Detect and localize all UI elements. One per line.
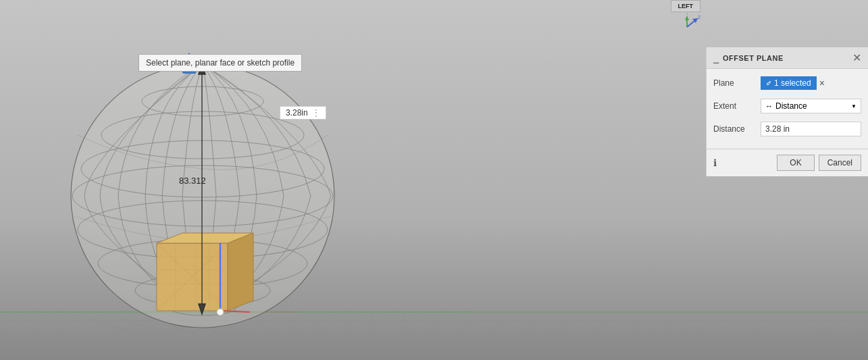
svg-point-56 bbox=[71, 64, 334, 328]
panel-collapse-icon[interactable]: ⎯ bbox=[713, 53, 719, 63]
extent-label: Extent bbox=[713, 101, 761, 111]
panel-header: ⎯ OFFSET PLANE ✕ bbox=[707, 47, 868, 69]
distance-control bbox=[761, 122, 861, 136]
svg-text:Y: Y bbox=[686, 14, 689, 16]
nav-cube-area: LEFT Y Z bbox=[671, 0, 701, 41]
extent-row: Extent ↔ Distance ▼ bbox=[713, 97, 861, 115]
extent-control: ↔ Distance ▼ bbox=[761, 99, 861, 113]
plane-control: ✐ 1 selected × bbox=[761, 76, 861, 90]
svg-text:Z: Z bbox=[698, 15, 700, 20]
dimension-more-icon[interactable]: ⋮ bbox=[312, 108, 320, 118]
plane-row: Plane ✐ 1 selected × bbox=[713, 74, 861, 92]
nav-cube-face-left[interactable]: LEFT bbox=[671, 0, 701, 12]
svg-marker-58 bbox=[685, 16, 689, 20]
plane-selected-text: 1 selected bbox=[774, 78, 811, 88]
plane-label: Plane bbox=[713, 78, 761, 88]
3d-viewport[interactable]: Select plane, planar face or sketch prof… bbox=[0, 0, 868, 360]
measurement-3d-value: 83.312 bbox=[179, 176, 206, 186]
extent-value: Distance bbox=[775, 101, 807, 111]
dimension-value: 3.28in bbox=[286, 108, 308, 118]
offset-plane-panel: ⎯ OFFSET PLANE ✕ Plane ✐ 1 selected × Ex… bbox=[706, 47, 868, 176]
panel-footer: ℹ OK Cancel bbox=[707, 149, 868, 176]
panel-body: Plane ✐ 1 selected × Extent ↔ Dista bbox=[707, 69, 868, 149]
plane-clear-button[interactable]: × bbox=[817, 78, 827, 88]
footer-buttons: OK Cancel bbox=[777, 155, 861, 171]
info-icon[interactable]: ℹ bbox=[713, 157, 717, 168]
cancel-button[interactable]: Cancel bbox=[819, 155, 861, 171]
ok-button[interactable]: OK bbox=[777, 155, 814, 171]
extent-dropdown[interactable]: ↔ Distance ▼ bbox=[761, 99, 861, 113]
distance-icon: ↔ bbox=[765, 102, 773, 110]
panel-close-button[interactable]: ✕ bbox=[852, 51, 861, 64]
distance-row: Distance bbox=[713, 120, 861, 138]
cursor-icon: ✐ bbox=[766, 80, 771, 87]
plane-selected-button[interactable]: ✐ 1 selected bbox=[761, 76, 817, 90]
distance-input[interactable] bbox=[761, 122, 861, 136]
panel-title: OFFSET PLANE bbox=[723, 54, 784, 62]
dimension-label[interactable]: 3.28in ⋮ bbox=[280, 106, 326, 120]
chevron-down-icon: ▼ bbox=[851, 103, 857, 109]
distance-label: Distance bbox=[713, 124, 761, 134]
tooltip: Select plane, planar face or sketch prof… bbox=[138, 54, 302, 72]
tooltip-text: Select plane, planar face or sketch prof… bbox=[146, 58, 295, 68]
